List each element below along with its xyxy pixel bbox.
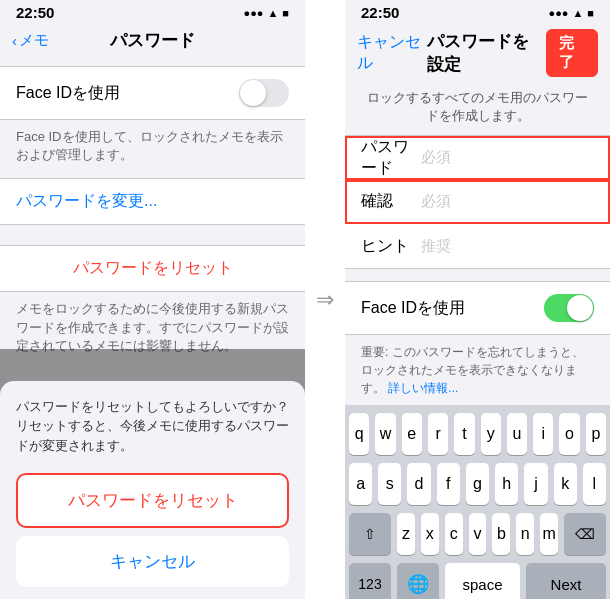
cancel-button[interactable]: キャンセル (357, 32, 427, 74)
face-id-toggle-left[interactable] (239, 79, 289, 107)
key-b[interactable]: b (492, 513, 510, 555)
right-status-bar: 22:50 ●●● ▲ ■ (345, 0, 610, 23)
back-button[interactable]: ‹ メモ (12, 31, 49, 50)
key-q[interactable]: q (349, 413, 369, 455)
confirm-required: 必須 (421, 192, 451, 211)
right-signal-icon: ●●● (549, 7, 569, 19)
hint-label: ヒント (361, 236, 421, 257)
dialog-overlay: パスワードをリセットしてもよろしいですか？リセットすると、今後メモに使用するパス… (0, 349, 305, 599)
dialog-cancel-button[interactable]: キャンセル (16, 536, 289, 587)
password-row[interactable]: パスワード 必須 (345, 136, 610, 180)
right-time: 22:50 (361, 4, 399, 21)
globe-key[interactable]: 🌐 (397, 563, 439, 599)
keyboard-row-3: ⇧ z x c v b n m ⌫ (349, 513, 606, 555)
right-nav-title: パスワードを設定 (427, 30, 546, 76)
delete-key[interactable]: ⌫ (564, 513, 606, 555)
battery-icon: ■ (282, 7, 289, 19)
change-password-label[interactable]: パスワードを変更... (16, 192, 157, 209)
key-g[interactable]: g (466, 463, 489, 505)
key-w[interactable]: w (375, 413, 395, 455)
left-status-icons: ●●● ▲ ■ (244, 7, 289, 19)
key-o[interactable]: o (559, 413, 579, 455)
left-nav-bar: ‹ メモ パスワード (0, 23, 305, 58)
right-status-icons: ●●● ▲ ■ (549, 7, 594, 19)
face-id-description: Face IDを使用して、ロックされたメモを表示および管理します。 (0, 120, 305, 170)
change-password-section[interactable]: パスワードを変更... (0, 178, 305, 225)
next-key[interactable]: Next (526, 563, 606, 599)
key-h[interactable]: h (495, 463, 518, 505)
shift-key[interactable]: ⇧ (349, 513, 391, 555)
face-id-section-right: Face IDを使用 (345, 281, 610, 335)
space-key[interactable]: space (445, 563, 520, 599)
password-required: 必須 (421, 148, 451, 167)
confirm-label: 確認 (361, 191, 421, 212)
key-n[interactable]: n (516, 513, 534, 555)
password-label: パスワード (361, 137, 421, 179)
face-id-toggle-right[interactable] (544, 294, 594, 322)
key-y[interactable]: y (481, 413, 501, 455)
right-nav-bar: キャンセル パスワードを設定 完了 (345, 23, 610, 83)
numbers-key[interactable]: 123 (349, 563, 391, 599)
key-m[interactable]: m (540, 513, 558, 555)
dialog-reset-button[interactable]: パスワードをリセット (16, 473, 289, 528)
face-id-row-left[interactable]: Face IDを使用 (0, 67, 305, 119)
password-form: パスワード 必須 確認 必須 ヒント 推奨 (345, 135, 610, 269)
key-p[interactable]: p (586, 413, 606, 455)
right-arrow-icon: ⇒ (316, 287, 334, 313)
chevron-left-icon: ‹ (12, 32, 17, 49)
face-id-label-left: Face IDを使用 (16, 83, 120, 104)
warning-text: 重要: このパスワードを忘れてしまうと、ロックされたメモを表示できなくなります。… (345, 335, 610, 405)
key-i[interactable]: i (533, 413, 553, 455)
face-id-label-right: Face IDを使用 (361, 298, 465, 319)
confirm-row[interactable]: 確認 必須 (345, 180, 610, 224)
left-panel: 22:50 ●●● ▲ ■ ‹ メモ パスワード Face IDを使用 Face… (0, 0, 305, 599)
key-e[interactable]: e (402, 413, 422, 455)
subtitle: ロックするすべてのメモ用のパスワードを作成します。 (345, 83, 610, 135)
back-label: メモ (19, 31, 49, 50)
signal-icon: ●●● (244, 7, 264, 19)
key-f[interactable]: f (437, 463, 460, 505)
right-battery-icon: ■ (587, 7, 594, 19)
key-s[interactable]: s (378, 463, 401, 505)
key-j[interactable]: j (524, 463, 547, 505)
warning-link[interactable]: 詳しい情報... (388, 381, 458, 395)
right-wifi-icon: ▲ (572, 7, 583, 19)
dialog-message: パスワードをリセットしてもよろしいですか？リセットすると、今後メモに使用するパス… (0, 381, 305, 466)
reset-label[interactable]: パスワードをリセット (73, 259, 233, 276)
key-a[interactable]: a (349, 463, 372, 505)
left-status-bar: 22:50 ●●● ▲ ■ (0, 0, 305, 23)
done-button[interactable]: 完了 (546, 29, 598, 77)
left-nav-title: パスワード (110, 29, 195, 52)
key-l[interactable]: l (583, 463, 606, 505)
key-v[interactable]: v (469, 513, 487, 555)
right-panel: 22:50 ●●● ▲ ■ キャンセル パスワードを設定 完了 ロックするすべて… (345, 0, 610, 599)
key-t[interactable]: t (454, 413, 474, 455)
wifi-icon: ▲ (267, 7, 278, 19)
key-u[interactable]: u (507, 413, 527, 455)
arrow-divider: ⇒ (305, 0, 345, 599)
keyboard: q w e r t y u i o p a s d f g h j k l ⇧ … (345, 405, 610, 599)
key-x[interactable]: x (421, 513, 439, 555)
key-d[interactable]: d (407, 463, 430, 505)
keyboard-row-1: q w e r t y u i o p (349, 413, 606, 455)
face-id-section-left: Face IDを使用 (0, 66, 305, 120)
key-z[interactable]: z (397, 513, 415, 555)
key-k[interactable]: k (554, 463, 577, 505)
reset-section[interactable]: パスワードをリセット (0, 245, 305, 292)
keyboard-bottom-row: 123 🌐 space Next (349, 563, 606, 599)
dialog-box: パスワードをリセットしてもよろしいですか？リセットすると、今後メモに使用するパス… (0, 381, 305, 600)
face-id-row-right[interactable]: Face IDを使用 (345, 282, 610, 334)
hint-placeholder: 推奨 (421, 237, 451, 256)
hint-row[interactable]: ヒント 推奨 (345, 224, 610, 268)
key-c[interactable]: c (445, 513, 463, 555)
left-time: 22:50 (16, 4, 54, 21)
keyboard-row-2: a s d f g h j k l (349, 463, 606, 505)
key-r[interactable]: r (428, 413, 448, 455)
